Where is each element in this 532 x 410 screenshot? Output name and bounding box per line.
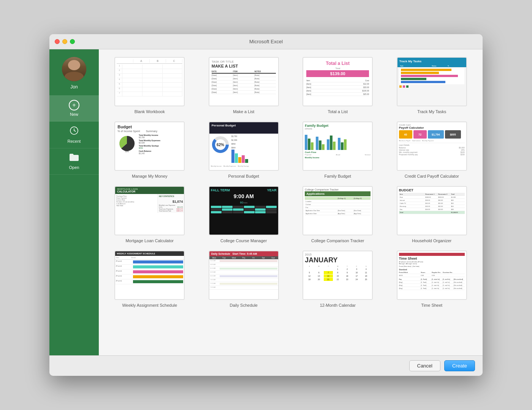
excel-window: Microsoft Excel Jon + New: [49, 34, 483, 376]
sidebar-item-open[interactable]: Open: [49, 148, 99, 175]
template-preview-calendar: 2015 JANUARY S M T W T F S -: [302, 251, 373, 300]
folder-icon: [69, 153, 79, 164]
template-name-tasks: Track My Tasks: [417, 109, 446, 114]
template-preview-total: Total a List Total $139.00 ItemCost [Ite…: [302, 57, 373, 106]
titlebar: Microsoft Excel: [49, 34, 483, 49]
create-button[interactable]: Create: [444, 360, 475, 371]
sidebar: Jon + New Recent: [49, 49, 99, 355]
template-mortgage[interactable]: MORTGAGE LOAN CALCULATOR Purchase Price …: [106, 186, 193, 243]
template-college-course[interactable]: FALL TERM YEAR 9:00 AM 60 min: [201, 186, 287, 243]
template-manage-money[interactable]: Budget % of Income Spent Summary 55%: [106, 121, 193, 178]
template-name-daily: Daily Schedule: [230, 303, 258, 308]
svg-line-2: [74, 131, 76, 131]
template-name-timesheet: Time Sheet: [421, 303, 442, 308]
cancel-button[interactable]: Cancel: [409, 360, 440, 371]
svg-text:55%: 55%: [125, 150, 129, 153]
clock-icon: [70, 126, 79, 137]
fullscreen-button[interactable]: [70, 39, 75, 44]
bottom-bar: Cancel Create: [49, 355, 483, 376]
template-preview-tasks: Track My Tasks TaskStatus%: [397, 57, 467, 106]
sidebar-open-label: Open: [69, 165, 79, 170]
user-name: Jon: [70, 84, 78, 90]
template-track-tasks[interactable]: Track My Tasks TaskStatus%: [389, 57, 475, 114]
template-weekly[interactable]: WEEKLY ASSIGNMENT SCHEDULE DateDetails […: [106, 251, 193, 308]
minimize-button[interactable]: [62, 39, 67, 44]
plus-icon: +: [69, 100, 79, 110]
template-name-total: Total a List: [328, 109, 348, 114]
templates-area: A B C 1 2 3 4 5 6 7 B: [99, 49, 483, 355]
template-preview-list: TASK OR TITLE MAKE A LIST DATEITEMNOTES …: [209, 57, 279, 106]
template-credit-card[interactable]: Credit Card Payoff Calculator 40 72 $1,7…: [389, 121, 475, 178]
template-preview-household: BUDGET ItemRoommate 1Roommate 2Total Ren…: [397, 186, 467, 235]
template-name-family: Family Budget: [325, 174, 351, 178]
traffic-lights: [55, 39, 75, 44]
template-household[interactable]: BUDGET ItemRoommate 1Roommate 2Total Ren…: [389, 186, 475, 243]
template-name-list: Make a List: [233, 109, 254, 114]
template-preview-weekly: WEEKLY ASSIGNMENT SCHEDULE DateDetails […: [114, 251, 185, 300]
template-name-budget: Manage My Money: [132, 174, 168, 178]
svg-text:62%: 62%: [217, 143, 224, 147]
template-preview-family: Family Budget [Sheet]: [302, 121, 373, 171]
template-preview-personal: Personal Budget 62% $3,750 $2,336: [209, 121, 279, 171]
template-preview-blank: A B C 1 2 3 4 5 6 7: [114, 57, 185, 106]
template-name-calendar: 12-Month Calendar: [320, 303, 356, 308]
template-preview-daily: Daily Schedule Start Time: 5:45 AM Mon T…: [209, 251, 279, 300]
template-name-mortgage: Mortgage Loan Calculator: [125, 238, 174, 243]
template-timesheet[interactable]: Time Sheet [Employee name] | [Email] | […: [389, 251, 475, 308]
template-name-blank: Blank Workbook: [135, 109, 165, 114]
template-family-budget[interactable]: Family Budget [Sheet]: [294, 121, 381, 178]
avatar: [62, 57, 86, 81]
templates-grid: A B C 1 2 3 4 5 6 7 B: [106, 57, 475, 308]
template-name-comparison: College Comparison Tracker: [311, 238, 364, 243]
sidebar-new-label: New: [70, 112, 78, 117]
template-name-weekly: Weekly Assignment Schedule: [122, 303, 177, 308]
template-personal-budget[interactable]: Personal Budget 62% $3,750 $2,336: [201, 121, 287, 178]
template-preview-college: FALL TERM YEAR 9:00 AM 60 min: [209, 186, 279, 235]
template-preview-timesheet: Time Sheet [Employee name] | [Email] | […: [397, 251, 467, 300]
template-name-personal: Personal Budget: [228, 174, 259, 178]
window-title: Microsoft Excel: [249, 39, 283, 44]
main-content: Jon + New Recent: [49, 49, 483, 355]
sidebar-item-recent[interactable]: Recent: [49, 121, 99, 148]
template-comparison[interactable]: College Comparison Tracker Applications …: [294, 186, 381, 243]
template-preview-budget: Budget % of Income Spent Summary 55%: [114, 121, 185, 171]
sidebar-item-new[interactable]: + New: [49, 95, 99, 121]
template-preview-mortgage: MORTGAGE LOAN CALCULATOR Purchase Price …: [114, 186, 185, 235]
template-make-list[interactable]: TASK OR TITLE MAKE A LIST DATEITEMNOTES …: [201, 57, 287, 114]
sidebar-user[interactable]: Jon: [49, 49, 99, 95]
template-preview-cc: Credit Card Payoff Calculator 40 72 $1,7…: [397, 121, 467, 171]
template-blank-workbook[interactable]: A B C 1 2 3 4 5 6 7 B: [106, 57, 193, 114]
template-name-household: Household Organizer: [412, 238, 451, 243]
template-preview-comparison: College Comparison Tracker Applications …: [302, 186, 373, 235]
template-total-list[interactable]: Total a List Total $139.00 ItemCost [Ite…: [294, 57, 381, 114]
close-button[interactable]: [55, 39, 60, 44]
sidebar-recent-label: Recent: [68, 139, 81, 144]
template-daily[interactable]: Daily Schedule Start Time: 5:45 AM Mon T…: [201, 251, 287, 308]
template-name-cc: Credit Card Payoff Calculator: [405, 174, 459, 178]
template-calendar[interactable]: 2015 JANUARY S M T W T F S -: [294, 251, 381, 308]
template-name-college: College Course Manager: [220, 238, 267, 243]
